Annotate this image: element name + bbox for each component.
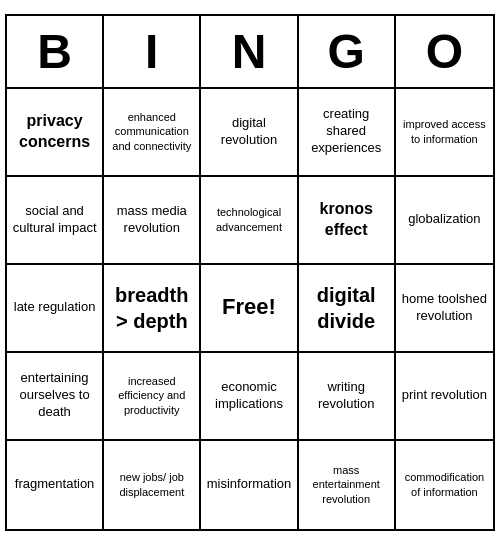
bingo-letter-g: G	[299, 16, 396, 87]
bingo-cell-0: privacy concerns	[7, 89, 104, 177]
bingo-cell-13: digital divide	[299, 265, 396, 353]
bingo-cell-8: kronos effect	[299, 177, 396, 265]
bingo-cell-11: breadth > depth	[104, 265, 201, 353]
bingo-cell-17: economic implications	[201, 353, 298, 441]
bingo-cell-15: entertaining ourselves to death	[7, 353, 104, 441]
bingo-cell-23: mass entertainment revolution	[299, 441, 396, 529]
bingo-cell-24: commodification of information	[396, 441, 493, 529]
bingo-cell-20: fragmentation	[7, 441, 104, 529]
bingo-cell-1: enhanced communication and connectivity	[104, 89, 201, 177]
bingo-grid: privacy concernsenhanced communication a…	[7, 89, 493, 529]
bingo-header: BINGO	[7, 16, 493, 89]
bingo-letter-o: O	[396, 16, 493, 87]
bingo-cell-12: Free!	[201, 265, 298, 353]
bingo-cell-14: home toolshed revolution	[396, 265, 493, 353]
bingo-letter-b: B	[7, 16, 104, 87]
bingo-cell-16: increased efficiency and productivity	[104, 353, 201, 441]
bingo-cell-9: globalization	[396, 177, 493, 265]
bingo-cell-6: mass media revolution	[104, 177, 201, 265]
bingo-cell-3: creating shared experiences	[299, 89, 396, 177]
bingo-letter-n: N	[201, 16, 298, 87]
bingo-cell-7: technological advancement	[201, 177, 298, 265]
bingo-cell-5: social and cultural impact	[7, 177, 104, 265]
bingo-cell-21: new jobs/ job displacement	[104, 441, 201, 529]
bingo-card: BINGO privacy concernsenhanced communica…	[5, 14, 495, 531]
bingo-cell-2: digital revolution	[201, 89, 298, 177]
bingo-cell-19: print revolution	[396, 353, 493, 441]
bingo-cell-10: late regulation	[7, 265, 104, 353]
bingo-cell-22: misinformation	[201, 441, 298, 529]
bingo-cell-4: improved access to information	[396, 89, 493, 177]
bingo-letter-i: I	[104, 16, 201, 87]
bingo-cell-18: writing revolution	[299, 353, 396, 441]
